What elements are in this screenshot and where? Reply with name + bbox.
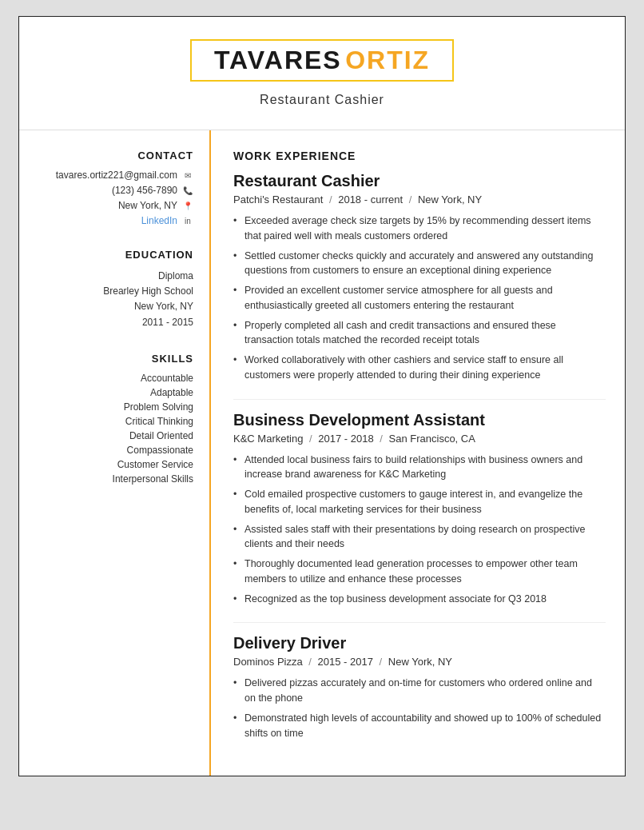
name-box: TAVARES ORTIZ	[190, 39, 454, 82]
skill-item: Interpersonal Skills	[35, 473, 193, 485]
phone-icon: 📞	[182, 185, 193, 196]
job-meta: Dominos Pizza / 2015 - 2017 / New York, …	[233, 656, 606, 668]
first-name: TAVARES	[214, 46, 342, 74]
skill-item: Compassionate	[35, 445, 193, 456]
job-block: Delivery DriverDominos Pizza / 2015 - 20…	[233, 622, 606, 740]
job-block: Restaurant CashierPatchi's Restaurant / …	[233, 172, 606, 383]
contact-phone: (123) 456-7890 📞	[35, 185, 193, 196]
bullet-list: Exceeded average check size targets by 1…	[233, 213, 606, 383]
work-experience-title: WORK EXPERIENCE	[233, 150, 606, 162]
jobs-container: Restaurant CashierPatchi's Restaurant / …	[233, 172, 606, 740]
skill-item: Problem Solving	[35, 401, 193, 413]
job-title: Business Development Assistant	[233, 411, 606, 429]
skill-item: Detail Oriented	[35, 430, 193, 441]
edu-degree: Diploma	[35, 269, 193, 284]
bullet-item: Worked collaboratively with other cashie…	[233, 353, 606, 383]
linkedin-icon: in	[182, 215, 193, 226]
bullet-item: Attended local business fairs to build r…	[233, 453, 606, 483]
edu-school: Brearley High School	[35, 284, 193, 299]
job-meta: Patchi's Restaurant / 2018 - current / N…	[233, 194, 606, 206]
linkedin-link[interactable]: LinkedIn	[141, 215, 177, 226]
job-block: Business Development AssistantK&C Market…	[233, 399, 606, 607]
skill-item: Accountable	[35, 373, 193, 384]
email-icon: ✉	[182, 170, 193, 181]
bullet-item: Thoroughly documented lead generation pr…	[233, 557, 606, 587]
last-name: ORTIZ	[345, 46, 430, 74]
edu-location: New York, NY	[35, 299, 193, 314]
bullet-item: Assisted sales staff with their presenta…	[233, 522, 606, 553]
main-content: WORK EXPERIENCE Restaurant CashierPatchi…	[211, 130, 625, 776]
contact-linkedin[interactable]: LinkedIn in	[35, 215, 193, 226]
job-meta: K&C Marketing / 2017 - 2018 / San Franci…	[233, 433, 606, 445]
bullet-item: Provided an excellent customer service a…	[233, 283, 606, 313]
bullet-item: Cold emailed prospective customers to ga…	[233, 487, 606, 517]
bullet-item: Settled customer checks quickly and accu…	[233, 249, 606, 279]
bullet-item: Delivered pizzas accurately and on-time …	[233, 676, 606, 706]
education-title: EDUCATION	[35, 249, 193, 261]
email-text: tavares.ortiz221@gmail.com	[56, 170, 177, 181]
contact-section: CONTACT tavares.ortiz221@gmail.com ✉ (12…	[35, 150, 193, 226]
location-text: New York, NY	[118, 200, 177, 211]
education-section: EDUCATION Diploma Brearley High School N…	[35, 249, 193, 330]
skill-item: Critical Thinking	[35, 416, 193, 427]
phone-text: (123) 456-7890	[112, 185, 177, 196]
bullet-item: Demonstrated high levels of accountabili…	[233, 711, 606, 741]
header-section: TAVARES ORTIZ Restaurant Cashier	[19, 17, 625, 130]
bullet-list: Attended local business fairs to build r…	[233, 453, 606, 607]
job-title: Delivery Driver	[233, 634, 606, 652]
body-layout: CONTACT tavares.ortiz221@gmail.com ✉ (12…	[19, 130, 625, 776]
edu-years: 2011 - 2015	[35, 315, 193, 330]
bullet-list: Delivered pizzas accurately and on-time …	[233, 676, 606, 740]
location-icon: 📍	[182, 200, 193, 211]
skills-section: SKILLS AccountableAdaptableProblem Solvi…	[35, 353, 193, 485]
contact-title: CONTACT	[35, 150, 193, 162]
sidebar: CONTACT tavares.ortiz221@gmail.com ✉ (12…	[19, 130, 211, 776]
bullet-item: Recognized as the top business developme…	[233, 592, 606, 607]
job-title: Restaurant Cashier	[233, 172, 606, 190]
skills-title: SKILLS	[35, 353, 193, 365]
job-subtitle: Restaurant Cashier	[35, 93, 609, 107]
education-block: Diploma Brearley High School New York, N…	[35, 269, 193, 330]
bullet-item: Exceeded average check size targets by 1…	[233, 213, 606, 244]
resume-document: TAVARES ORTIZ Restaurant Cashier CONTACT…	[18, 16, 626, 776]
contact-email: tavares.ortiz221@gmail.com ✉	[35, 170, 193, 181]
skill-item: Adaptable	[35, 387, 193, 398]
bullet-item: Properly completed all cash and credit t…	[233, 318, 606, 349]
skill-item: Customer Service	[35, 459, 193, 470]
skills-list: AccountableAdaptableProblem SolvingCriti…	[35, 373, 193, 485]
contact-location: New York, NY 📍	[35, 200, 193, 211]
